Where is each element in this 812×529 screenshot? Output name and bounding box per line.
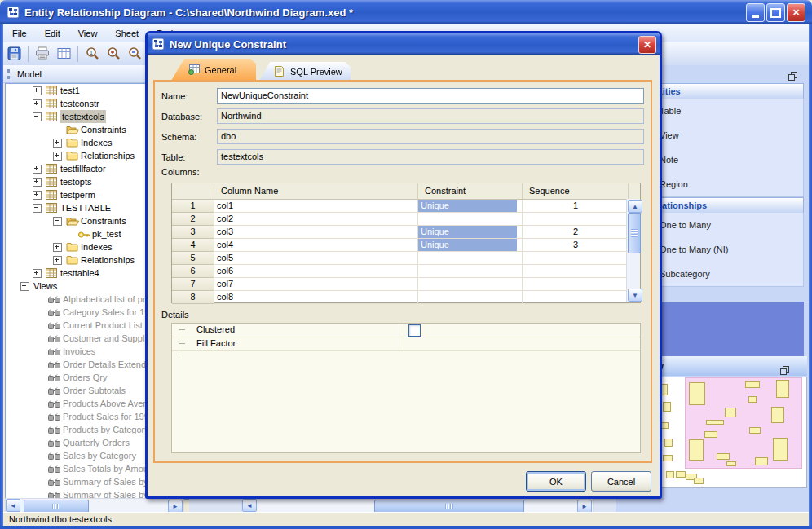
scroll-left-icon[interactable]: ◄ [6, 499, 20, 512]
sequence-cell[interactable] [523, 265, 629, 278]
zoom-in-button[interactable] [104, 44, 123, 64]
column-name-cell[interactable]: col3 [214, 226, 418, 239]
constraint-cell[interactable] [418, 278, 523, 291]
details-property-value[interactable] [404, 337, 640, 350]
row-header[interactable]: 1 [172, 200, 214, 213]
tree-hscrollbar[interactable]: ◄ ► [5, 498, 184, 513]
float-window-icon[interactable] [780, 362, 789, 371]
sequence-cell[interactable] [523, 291, 629, 304]
expand-icon[interactable] [53, 152, 62, 161]
scroll-left-icon[interactable]: ◄ [242, 499, 257, 512]
grid-vscrollbar[interactable]: ▲ ▼ [626, 199, 640, 302]
column-name-cell[interactable]: col8 [214, 291, 418, 304]
constraint-cell[interactable] [418, 265, 523, 278]
panel-grip[interactable] [7, 69, 13, 79]
details-row[interactable]: Clustered [172, 324, 640, 337]
minimap-table-box [689, 439, 704, 461]
sequence-cell[interactable] [523, 252, 629, 265]
toolbox-item[interactable]: One to Many (NI) [643, 237, 803, 262]
column-name-cell[interactable]: col7 [214, 278, 418, 291]
zoom-out-button[interactable] [125, 44, 144, 64]
constraint-cell[interactable] [418, 252, 523, 265]
save-button[interactable] [4, 44, 24, 64]
tree-item-label: testextcols [60, 110, 106, 123]
minimize-button[interactable] [746, 3, 765, 22]
row-header[interactable]: 2 [172, 213, 214, 226]
row-header[interactable]: 4 [172, 239, 214, 252]
expand-icon[interactable] [53, 139, 62, 148]
scroll-down-icon[interactable]: ▼ [628, 289, 642, 302]
sequence-cell[interactable]: 3 [523, 239, 629, 252]
collapse-icon[interactable] [53, 217, 62, 226]
grid-vscroll-thumb[interactable] [628, 213, 641, 253]
sequence-cell[interactable] [523, 278, 629, 291]
tree-hscroll-thumb[interactable] [24, 500, 89, 513]
grid-header-constraint[interactable]: Constraint [418, 183, 523, 199]
expand-icon[interactable] [33, 86, 42, 95]
grid-header-column-name[interactable]: Column Name [214, 183, 418, 199]
name-field[interactable]: NewUniqueConstraint [217, 88, 644, 104]
clustered-checkbox[interactable] [408, 324, 421, 337]
expand-icon[interactable] [33, 99, 42, 108]
column-name-cell[interactable]: col1 [214, 200, 418, 213]
collapse-icon[interactable] [33, 112, 42, 121]
constraint-cell[interactable] [418, 213, 523, 226]
toolbox-item[interactable]: One to Many [643, 213, 803, 237]
row-header[interactable]: 3 [172, 226, 214, 239]
menu-item-edit[interactable]: Edit [36, 26, 69, 41]
expand-icon[interactable] [33, 165, 42, 174]
constraint-cell[interactable]: Unique [418, 200, 523, 213]
expand-icon[interactable] [33, 269, 42, 278]
cancel-button[interactable]: Cancel [591, 471, 651, 492]
collapse-icon[interactable] [20, 282, 29, 291]
constraint-cell[interactable] [418, 291, 523, 304]
view-icon [48, 386, 61, 395]
row-header[interactable]: 7 [172, 278, 214, 291]
expand-icon[interactable] [53, 256, 62, 265]
toolbox-item[interactable]: Note [643, 148, 803, 172]
row-header[interactable]: 5 [172, 252, 214, 265]
tab-sql-preview[interactable]: SQL Preview [259, 62, 351, 81]
close-button[interactable]: ✕ [787, 3, 805, 22]
scroll-right-icon[interactable]: ► [577, 500, 592, 513]
sequence-cell[interactable]: 2 [523, 226, 629, 239]
column-name-cell[interactable]: col6 [214, 265, 418, 278]
tab-general[interactable]: General [171, 59, 256, 81]
scroll-up-icon[interactable]: ▲ [628, 200, 642, 213]
expand-icon[interactable] [53, 243, 62, 252]
row-header[interactable]: 6 [172, 265, 214, 278]
collapse-icon[interactable] [33, 204, 42, 213]
dialog-close-button[interactable]: ✕ [638, 36, 656, 54]
sequence-cell[interactable]: 1 [523, 200, 629, 213]
menu-item-file[interactable]: File [3, 26, 36, 41]
grid-header-sequence[interactable]: Sequence [523, 183, 629, 199]
menu-item-sheet[interactable]: Sheet [106, 26, 148, 41]
sheet-hscroll-thumb[interactable] [374, 500, 524, 513]
folder-icon [66, 242, 79, 252]
grid-button[interactable] [54, 44, 73, 64]
print-button[interactable] [33, 44, 52, 64]
sequence-cell[interactable] [523, 213, 629, 226]
expand-icon[interactable] [33, 178, 42, 187]
scroll-right-icon[interactable]: ► [168, 500, 183, 513]
toolbox-item[interactable]: Subcategory [643, 262, 803, 286]
zoom-actual-button[interactable]: 1 [82, 44, 102, 64]
toolbox-item[interactable]: Table [643, 99, 803, 123]
column-name-cell[interactable]: col5 [214, 252, 418, 265]
maximize-button[interactable] [766, 3, 785, 22]
float-window-icon[interactable] [788, 72, 797, 81]
row-header[interactable]: 8 [172, 291, 214, 304]
menu-item-view[interactable]: View [69, 26, 107, 41]
details-row[interactable]: Fill Factor [172, 337, 640, 351]
sheet-hscrollbar[interactable]: ◄ ► [241, 498, 594, 513]
column-name-cell[interactable]: col4 [214, 239, 418, 252]
view-icon [48, 425, 61, 434]
constraint-cell[interactable]: Unique [418, 239, 523, 252]
toolbox-item[interactable]: Region [643, 172, 803, 196]
toolbox-item[interactable]: View [643, 123, 803, 148]
constraint-cell[interactable]: Unique [418, 226, 523, 239]
expand-icon[interactable] [33, 191, 42, 200]
details-property-value[interactable] [404, 324, 640, 337]
column-name-cell[interactable]: col2 [214, 213, 418, 226]
ok-button[interactable]: OK [526, 471, 586, 492]
